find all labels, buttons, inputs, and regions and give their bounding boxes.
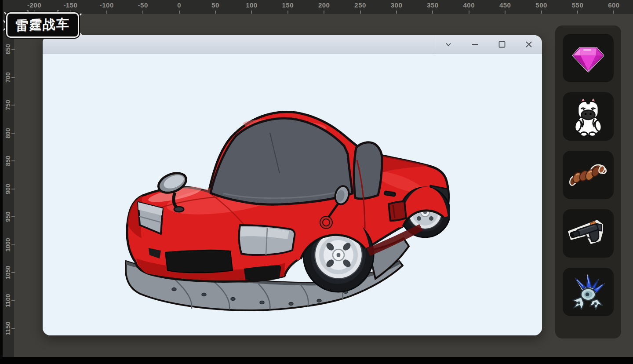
ruler-h-label: 250 (354, 1, 366, 9)
ruler-v-label: 900 (4, 179, 11, 199)
ruler-v-tick (11, 244, 15, 245)
editor-canvas[interactable] (43, 54, 542, 335)
ruler-v-label: 650 (4, 39, 11, 59)
window-controls (435, 35, 542, 54)
ruler-v-label: 700 (4, 67, 11, 87)
ruler-v-tick (11, 328, 15, 329)
ruler-v-tick (11, 49, 15, 50)
inventory-sidebar (555, 25, 621, 339)
inventory-slot-drone[interactable] (563, 268, 614, 316)
ruler-h-label: 600 (608, 1, 620, 9)
ruler-h-tick (505, 11, 506, 14)
logo-box: 雷霆战车 (6, 12, 79, 38)
ruler-v-label: 1000 (4, 235, 11, 255)
ruler-h-label: 0 (177, 1, 181, 9)
app-window (43, 35, 542, 335)
ruler-v-tick (11, 300, 15, 301)
ruler-v-label: 750 (4, 95, 11, 115)
ruler-h-tick (613, 11, 614, 14)
logo-text: 雷霆战车 (15, 15, 70, 35)
ruler-h-label: -150 (63, 1, 77, 9)
ruler-v-tick (11, 189, 15, 189)
close-button[interactable] (519, 37, 538, 51)
rusty-metal-icon (567, 154, 609, 196)
ruler-v-label: 1150 (4, 318, 11, 339)
zebra-icon (567, 95, 609, 138)
ruler-h-label: 100 (246, 1, 258, 9)
ruler-h-tick (396, 11, 397, 14)
ruler-v-tick (11, 105, 15, 106)
ruler-h-label: -200 (27, 1, 41, 9)
car-illustration[interactable] (122, 107, 450, 316)
ruler-h-tick (469, 11, 469, 14)
ruler-v-label: 850 (4, 151, 11, 171)
inventory-slot-pistol[interactable] (563, 209, 614, 258)
ruler-h-label: 300 (391, 1, 403, 9)
maximize-icon (497, 39, 507, 50)
ruler-h-tick (215, 11, 216, 14)
side-vent (389, 201, 406, 221)
ruler-h-label: 350 (427, 1, 439, 9)
left-edge-bar (0, 0, 3, 357)
ruler-h-label: 450 (499, 1, 511, 9)
ruler-h-tick (179, 11, 180, 14)
ruler-v-tick (11, 160, 15, 161)
ruler-horizontal: -200-150-100-500501001502002503003504004… (0, 0, 633, 14)
ruler-h-tick (251, 11, 252, 14)
ruler-h-label: 400 (463, 1, 475, 9)
ruler-v-label: 1050 (4, 262, 11, 283)
ruler-v-label: 950 (4, 207, 11, 227)
ruler-h-label: -50 (138, 1, 148, 9)
chevron-down-icon (443, 39, 454, 50)
inventory-slot-rusty-part[interactable] (563, 151, 614, 199)
minimize-icon (470, 39, 480, 50)
ruler-v-tick (11, 272, 15, 273)
front-grille (165, 250, 233, 273)
ruler-h-tick (360, 11, 361, 14)
ruler-h-label: 550 (572, 1, 584, 9)
ruler-h-label: -100 (100, 1, 114, 9)
ruler-h-tick (541, 11, 542, 14)
side-window (354, 142, 382, 199)
ruler-v-label: 1100 (4, 291, 11, 311)
pistol-icon (567, 212, 609, 255)
pink-gem-icon (567, 37, 609, 79)
ruler-v-tick (11, 77, 15, 78)
car-art (122, 107, 450, 316)
ruler-h-tick (432, 11, 433, 14)
ruler-h-label: 50 (211, 1, 219, 9)
window-titlebar[interactable] (43, 35, 542, 54)
ruler-h-tick (142, 11, 143, 14)
blue-drone-icon (567, 271, 609, 313)
ruler-h-tick (324, 11, 324, 14)
ruler-v-tick (11, 216, 15, 217)
menu-chevron-button[interactable] (439, 37, 458, 51)
ruler-vertical: 6507007508008509009501000105011001150 (3, 0, 14, 357)
inventory-slot-zebra[interactable] (563, 92, 614, 141)
bottom-black-bar (0, 357, 633, 364)
ruler-h-label: 200 (318, 1, 330, 9)
app-screen: -200-150-100-500501001502002503003504004… (0, 0, 633, 364)
headlight-main (239, 225, 295, 255)
watermark-logo: 雷霆战车 (4, 11, 82, 40)
maximize-button[interactable] (492, 37, 512, 51)
inventory-slot-gem[interactable] (563, 34, 614, 82)
ruler-v-tick (11, 133, 15, 134)
ruler-h-tick (577, 11, 578, 14)
ruler-h-label: 500 (535, 1, 547, 9)
close-icon (524, 39, 534, 50)
ruler-h-tick (106, 11, 107, 14)
ruler-h-label: 150 (282, 1, 294, 9)
minimize-button[interactable] (466, 37, 485, 51)
ruler-h-tick (287, 11, 288, 14)
ruler-v-label: 800 (4, 123, 11, 143)
